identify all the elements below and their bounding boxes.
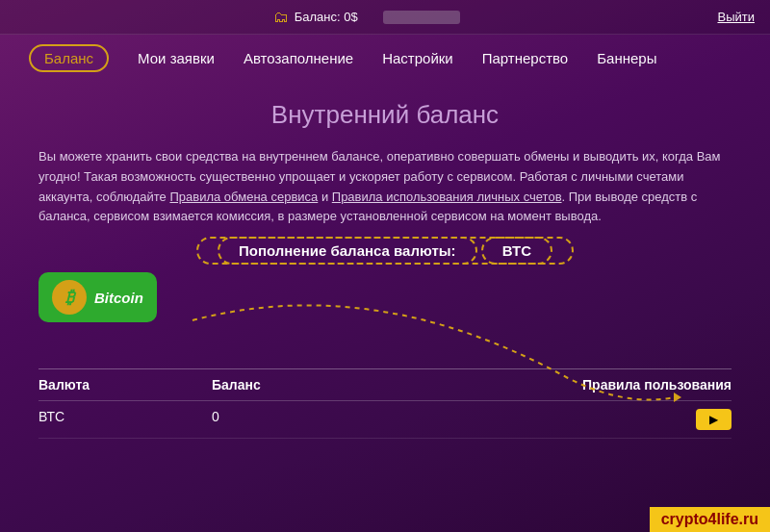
nav-autofill[interactable]: Автозаполнение [244, 50, 353, 66]
nav-settings[interactable]: Настройки [382, 50, 453, 66]
bitcoin-logo-icon: ₿ [52, 280, 87, 315]
balance-table: Валюта Баланс Правила пользования ВТС 0 … [38, 368, 732, 439]
col-header-balance: Баланс [212, 377, 385, 393]
currency-label: Пополнение баланса валюты: ВТС [38, 242, 732, 259]
link-personal-rules[interactable]: Правила использования личных счетов [332, 190, 562, 204]
currency-label-text: Пополнение баланса валюты: ВТС [196, 237, 574, 265]
nav-my-orders[interactable]: Мои заявки [138, 50, 215, 66]
currency-label-prefix: Пополнение баланса валюты: [218, 237, 477, 265]
nav-balance[interactable]: Баланс [29, 44, 109, 72]
navigation: Баланс Мои заявки Автозаполнение Настрой… [0, 35, 770, 81]
desc-mid: и [318, 190, 332, 204]
link-exchange-rules[interactable]: Правила обмена сервиса [169, 190, 318, 204]
header: 🗂 Баланс: 0$ Выйти [0, 0, 770, 35]
row-rules: ▶ [385, 409, 732, 430]
balance-text: Баланс: 0$ [295, 10, 358, 24]
description-text: Вы можете хранить свои средства на внутр… [38, 147, 732, 227]
row-currency: ВТС [38, 409, 212, 430]
bitcoin-label: Bitcoin [94, 290, 143, 306]
hidden-user [383, 11, 460, 24]
col-header-rules: Правила пользования [385, 377, 732, 393]
row-balance: 0 [212, 409, 385, 430]
table-header: Валюта Баланс Правила пользования [38, 369, 732, 401]
currency-value: ВТС [481, 237, 552, 265]
col-header-currency: Валюта [38, 377, 212, 393]
bitcoin-card[interactable]: ₿ Bitcoin [38, 272, 157, 322]
nav-partnership[interactable]: Партнерство [482, 50, 569, 66]
main-content: Внутренний баланс Вы можете хранить свои… [0, 81, 770, 448]
logout-button[interactable]: Выйти [717, 10, 755, 24]
currency-select-area: ₿ Bitcoin [38, 272, 732, 359]
table-row: ВТС 0 ▶ [38, 401, 732, 439]
nav-banners[interactable]: Баннеры [597, 50, 656, 66]
balance-display: 🗂 Баланс: 0$ [273, 9, 460, 26]
watermark: crypto4life.ru [650, 507, 770, 532]
page-title: Внутренний баланс [38, 100, 732, 130]
wallet-icon: 🗂 [273, 9, 289, 26]
rules-button[interactable]: ▶ [696, 409, 732, 430]
